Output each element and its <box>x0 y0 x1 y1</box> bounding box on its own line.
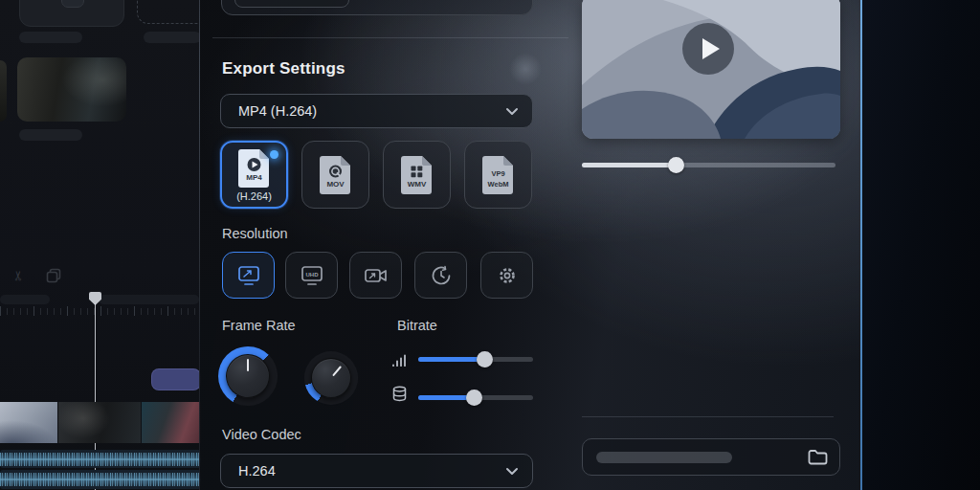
format-button-wmv[interactable]: WMV <box>383 141 451 209</box>
audio-track-1[interactable] <box>0 450 201 468</box>
bitrate-slider-video[interactable] <box>418 357 533 362</box>
media-thumbnail-placeholder[interactable] <box>19 0 124 27</box>
camera-icon <box>364 265 389 286</box>
format-caption: (H.264) <box>236 191 272 202</box>
frame-rate-label: Frame Rate <box>222 318 296 333</box>
slider-fill <box>418 357 485 362</box>
output-path-skeleton <box>596 452 732 463</box>
display-uhd-icon: UHD <box>300 265 324 286</box>
format-dropdown-value: MP4 (H.264) <box>238 103 505 119</box>
ruler-skeleton <box>0 295 50 304</box>
audio-waveform-centerline <box>0 479 201 480</box>
knob-pointer <box>247 359 250 371</box>
format-button-row: MP4 (H.264) MOV <box>220 141 533 209</box>
webm-file-icon: VP9 WebM <box>481 155 515 195</box>
database-icon <box>391 386 409 402</box>
folder-icon[interactable] <box>808 449 828 465</box>
format-button-mov[interactable]: MOV <box>301 141 369 209</box>
audio-track-2[interactable] <box>0 470 201 489</box>
media-thumbnail-video[interactable] <box>17 57 126 122</box>
frame-rate-knob-1[interactable] <box>218 346 278 406</box>
svg-text:WMV: WMV <box>408 180 427 189</box>
media-thumbnail-icon <box>61 0 84 8</box>
video-codec-label: Video Codec <box>222 427 301 442</box>
right-background-panel <box>862 0 980 490</box>
play-button[interactable] <box>682 23 734 75</box>
media-add-dropzone[interactable] <box>137 0 209 24</box>
progress-handle[interactable] <box>668 157 684 173</box>
chevron-down-icon <box>505 467 519 476</box>
media-caption-skeleton <box>144 32 201 43</box>
top-partial-button[interactable] <box>234 0 349 8</box>
resolution-button-camera[interactable] <box>349 252 402 299</box>
duplicate-icon[interactable] <box>46 268 61 283</box>
svg-text:WebM: WebM <box>488 180 509 189</box>
svg-text:MOV: MOV <box>326 180 345 189</box>
mp4-file-icon: MP4 <box>237 148 271 189</box>
mov-file-icon: MOV <box>319 155 352 195</box>
format-dropdown[interactable]: MP4 (H.264) <box>220 94 533 128</box>
gear-icon <box>495 265 520 286</box>
selected-indicator-dot <box>270 150 278 159</box>
svg-text:MP4: MP4 <box>246 173 262 182</box>
cut-scissors-icon[interactable]: ✂ <box>11 270 25 281</box>
knob-pointer <box>332 366 342 377</box>
video-track-clip-1[interactable] <box>0 402 57 443</box>
progress-fill <box>582 163 676 167</box>
timeline-clip-effect[interactable] <box>151 368 201 390</box>
video-track-clip-3[interactable] <box>142 402 201 443</box>
codec-dropdown-value: H.264 <box>238 463 505 479</box>
ruler-skeleton <box>99 295 199 304</box>
format-button-webm[interactable]: VP9 WebM <box>464 141 532 209</box>
format-button-mp4[interactable]: MP4 (H.264) <box>220 141 288 209</box>
chevron-down-icon <box>505 107 519 116</box>
wmv-file-icon: WMV <box>400 155 434 195</box>
media-thumbnail-partial[interactable] <box>0 60 7 122</box>
display-hd-icon <box>236 265 261 286</box>
app-window: ✂ Export Settings MP4 (H.264) <box>0 0 980 490</box>
svg-text:UHD: UHD <box>305 272 319 278</box>
resolution-button-uhd[interactable]: UHD <box>285 252 338 299</box>
slider-handle[interactable] <box>477 351 493 368</box>
media-caption-skeleton <box>19 129 82 141</box>
output-divider <box>582 416 834 417</box>
output-path-field[interactable] <box>582 438 840 476</box>
timeline-ruler-major <box>0 306 201 316</box>
codec-dropdown[interactable]: H.264 <box>220 454 533 488</box>
section-divider <box>212 37 568 38</box>
svg-text:VP9: VP9 <box>491 169 504 178</box>
resolution-button-advanced[interactable] <box>480 252 533 299</box>
video-track-clip-2[interactable] <box>58 402 141 443</box>
knob-rotor <box>218 346 278 406</box>
top-partial-card <box>221 0 533 15</box>
bitrate-slider-audio[interactable] <box>418 395 533 400</box>
resolution-button-hd[interactable] <box>222 252 275 299</box>
play-icon <box>702 38 720 59</box>
bitrate-label: Bitrate <box>397 318 437 333</box>
page-title: Export Settings <box>222 59 345 78</box>
resolution-button-row: UHD <box>222 252 533 299</box>
resolution-label: Resolution <box>222 226 288 241</box>
resolution-button-framerate[interactable] <box>414 252 467 299</box>
speed-dial-icon <box>429 265 454 286</box>
signal-bars-icon <box>391 352 409 368</box>
audio-waveform-centerline <box>0 458 201 460</box>
preview-progress-slider[interactable] <box>582 163 835 167</box>
media-caption-skeleton <box>19 32 82 43</box>
frame-rate-knob-2[interactable] <box>304 351 358 405</box>
